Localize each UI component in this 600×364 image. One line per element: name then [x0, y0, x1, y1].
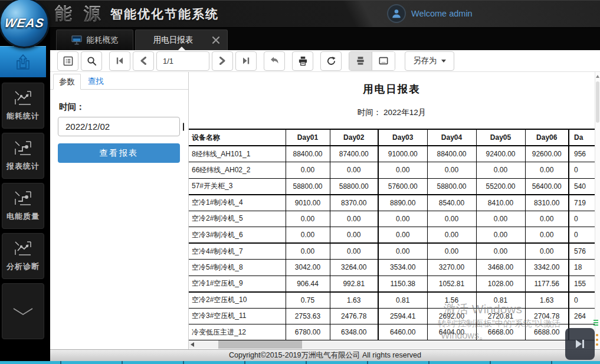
save-as-button[interactable]: 另存为	[405, 51, 454, 71]
panel-tabs: 参数 查找	[50, 72, 188, 90]
value-cell: 8890.00	[378, 195, 427, 211]
app-window: 能 源 智能优化节能系统 Welcome admin WEAS 能耗概览	[0, 0, 600, 364]
print-icon	[298, 56, 308, 66]
monitor-icon	[71, 35, 82, 45]
value-cell: 3534.00	[378, 260, 427, 276]
caret-down-icon	[441, 60, 446, 63]
view-report-button[interactable]: 查看报表	[58, 143, 180, 163]
app-title: 能 源	[55, 2, 104, 26]
sidebar-item-label: 能耗统计	[6, 111, 40, 122]
value-cell: 58800.00	[286, 178, 330, 195]
last-page-button[interactable]	[235, 51, 257, 71]
sidebar-collapse-button[interactable]	[2, 283, 44, 339]
value-cell: 2476.78	[330, 308, 378, 324]
table-row: 空冷1#制冷机_49010.008370.008890.008540.00841…	[189, 195, 595, 211]
value-cell: 1.63	[525, 292, 569, 309]
horizontal-scroll-thumb[interactable]	[218, 340, 302, 349]
recorder-overlay-button[interactable]	[565, 328, 595, 360]
sidebar-item-label: 报表统计	[6, 161, 40, 172]
horizontal-scrollbar[interactable]	[189, 340, 595, 349]
value-cell: 155	[569, 276, 595, 292]
value-cell: 6668.00	[476, 324, 525, 341]
device-name-cell: 空冷4#制冷机_7	[189, 243, 286, 260]
calendar-icon[interactable]	[183, 123, 184, 131]
undo-button[interactable]	[264, 51, 285, 71]
sidebar-item-energy-stats[interactable]: 能耗统计	[2, 83, 44, 129]
value-cell: 0.75	[286, 292, 330, 309]
value-cell: 56400.00	[525, 178, 569, 195]
value-cell: 0.00	[330, 211, 378, 227]
sidebar-item-export[interactable]	[0, 46, 46, 77]
page-indicator-input[interactable]	[156, 51, 209, 71]
device-name-cell: 空冷2#制冷机_5	[189, 211, 286, 227]
value-cell: 87400.00	[330, 146, 378, 162]
value-cell: 0.00	[427, 227, 476, 244]
value-cell: 992.81	[330, 276, 378, 292]
value-cell: 1150.38	[378, 276, 427, 292]
dialog-view-button[interactable]	[372, 52, 395, 70]
tab-energy-overview[interactable]: 能耗概览	[56, 29, 133, 50]
date-input[interactable]	[58, 122, 183, 132]
device-name-cell: 空冷1#空压机_9	[189, 276, 286, 292]
refresh-button[interactable]	[320, 51, 342, 71]
search-button[interactable]	[81, 51, 102, 71]
value-cell: 6688.00	[525, 324, 569, 341]
recorder-menu-dots[interactable]	[596, 334, 598, 348]
value-cell: 0.00	[286, 227, 330, 244]
value-cell: 956	[569, 146, 595, 162]
device-name-cell: 8经纬线_AH101_1	[189, 146, 286, 162]
device-name-cell: 空冷1#制冷机_4	[189, 195, 286, 211]
value-cell: 58800.00	[427, 178, 476, 195]
column-header: Day05	[476, 129, 525, 146]
dialog-icon	[379, 57, 388, 65]
value-cell: 8370.00	[330, 195, 378, 211]
column-header: Day03	[378, 129, 427, 146]
welcome-text: Welcome admin	[411, 9, 473, 18]
sidebar-item-analysis[interactable]: 分析诊断	[2, 233, 44, 279]
value-cell: 6460.00	[378, 324, 427, 341]
first-page-button[interactable]	[109, 51, 130, 71]
report-subtitle: 时间： 2022年12月	[189, 107, 595, 118]
device-name-cell: 空冷3#空压机_11	[189, 308, 286, 324]
first-page-icon	[116, 57, 124, 65]
value-cell: 0.00	[427, 162, 476, 179]
value-cell: 6404.00	[427, 324, 476, 341]
table-row: 57#开关柜_358800.0058800.0057600.0058800.00…	[189, 178, 595, 195]
next-page-button[interactable]	[212, 51, 233, 71]
app-header: 能 源 智能优化节能系统 Welcome admin	[0, 0, 600, 28]
value-cell: 1052.81	[427, 276, 476, 292]
user-menu[interactable]: Welcome admin	[387, 4, 473, 23]
value-cell: 0	[569, 211, 595, 227]
view-mode-toggle	[349, 51, 395, 71]
close-icon[interactable]	[212, 36, 220, 44]
vertical-scroll-thumb[interactable]	[596, 81, 599, 123]
tab-search[interactable]: 查找	[88, 73, 104, 89]
scroll-up-icon[interactable]	[596, 75, 599, 78]
prev-page-button[interactable]	[133, 51, 154, 71]
search-icon	[87, 56, 97, 66]
sidebar-item-label: 电能质量	[6, 211, 40, 222]
sidebar-item-power-quality[interactable]: 电能质量	[2, 183, 44, 229]
date-field-wrap	[58, 117, 180, 136]
tab-label: 用电日报表	[153, 35, 194, 45]
value-cell: 0.00	[286, 243, 330, 260]
tab-daily-power-report[interactable]: 用电日报表	[135, 29, 228, 50]
print-button[interactable]	[292, 51, 313, 71]
vertical-scrollbar[interactable]	[595, 72, 600, 349]
toc-button[interactable]	[57, 51, 78, 71]
sidebar-item-report-stats[interactable]: 报表统计	[2, 133, 44, 179]
last-page-icon	[242, 57, 250, 65]
value-cell: 0.00	[378, 243, 427, 260]
print-setup-button[interactable]	[349, 52, 372, 70]
skip-forward-icon	[573, 337, 587, 351]
tab-parameters[interactable]: 参数	[53, 74, 81, 90]
user-avatar[interactable]	[387, 4, 406, 23]
copyright-footer: Copyright©2015-2019万洲电气有限公司 All rights r…	[50, 349, 600, 361]
table-row: 空冷3#空压机_112753.632476.782594.412692.0027…	[189, 308, 595, 324]
app-title-group: 能 源 智能优化节能系统	[55, 0, 219, 28]
recorder-level-marks	[594, 320, 598, 327]
scroll-left-icon[interactable]	[191, 342, 194, 347]
value-cell: 3270.00	[427, 260, 476, 276]
value-cell: 0.81	[378, 292, 427, 309]
value-cell: 2704.78	[525, 308, 569, 324]
